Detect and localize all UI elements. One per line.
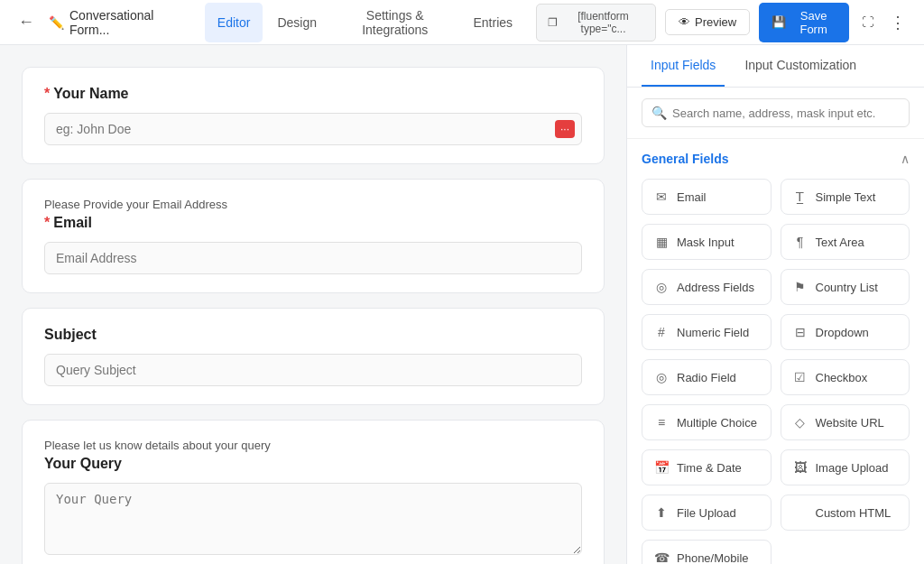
field-item-label: Country List bbox=[816, 281, 878, 294]
nav-tab-entries[interactable]: Entries bbox=[461, 3, 526, 42]
form-card-2: Subject bbox=[22, 308, 605, 405]
form-card-3: Please let us know details about your qu… bbox=[22, 420, 605, 564]
field-item-image-upload[interactable]: 🖼 Image Upload bbox=[781, 449, 910, 485]
field-item-checkbox[interactable]: ☑ Checkbox bbox=[781, 359, 910, 395]
field-item-dropdown[interactable]: ⊟ Dropdown bbox=[781, 314, 910, 350]
field-item-label: File Upload bbox=[677, 506, 736, 520]
field-item-label: Custom HTML bbox=[816, 506, 892, 520]
form-title-area: ✏️ Conversational Form... bbox=[49, 8, 187, 37]
field-sublabel: Please Provide your Email Address bbox=[44, 198, 582, 211]
nav-tab-design[interactable]: Design bbox=[264, 3, 329, 42]
panel-tab-input-customization[interactable]: Input Customization bbox=[735, 45, 865, 87]
field-item-icon: ¶ bbox=[792, 234, 808, 250]
preview-button[interactable]: 👁 Preview bbox=[665, 9, 750, 35]
section-header: General Fields ∧ bbox=[642, 152, 910, 166]
fullscreen-button[interactable]: ⛶ bbox=[858, 12, 877, 32]
field-item-label: Numeric Field bbox=[677, 326, 749, 339]
field-item-label: Text Area bbox=[816, 236, 864, 249]
field-item-icon: ☎ bbox=[653, 550, 670, 564]
field-item-simple-text[interactable]: T̲ Simple Text bbox=[781, 179, 910, 215]
field-item-file-upload[interactable]: ⬆ File Upload bbox=[642, 495, 772, 531]
field-item-email[interactable]: ✉ Email bbox=[642, 179, 772, 215]
section-title: General Fields bbox=[642, 152, 728, 166]
field-item-country-list[interactable]: ⚑ Country List bbox=[781, 269, 910, 305]
input-wrapper bbox=[44, 354, 582, 386]
field-item-mask-input[interactable]: ▦ Mask Input bbox=[642, 224, 772, 260]
back-button[interactable]: ← bbox=[14, 9, 38, 35]
code-icon: ❐ bbox=[548, 16, 558, 29]
field-item-label: Multiple Choice bbox=[677, 416, 757, 430]
field-item-icon: ≡ bbox=[653, 414, 670, 430]
field-item-label: Mask Input bbox=[677, 236, 735, 249]
search-input[interactable] bbox=[672, 106, 900, 120]
field-item-icon: ◇ bbox=[792, 414, 808, 430]
panel-tabs: Input FieldsInput Customization bbox=[627, 45, 924, 88]
field-item-label: Phone/Mobile bbox=[677, 551, 749, 565]
field-item-radio-field[interactable]: ◎ Radio Field bbox=[642, 359, 772, 395]
save-icon: 💾 bbox=[772, 15, 786, 29]
field-item-label: Email bbox=[677, 190, 707, 204]
text-input[interactable] bbox=[44, 354, 582, 386]
form-area: *Your Name ··· Please Provide your Email… bbox=[0, 45, 626, 564]
field-item-icon: 📅 bbox=[653, 459, 670, 476]
nav-tab-editor[interactable]: Editor bbox=[205, 3, 263, 42]
right-panel: Input FieldsInput Customization 🔍 Genera… bbox=[626, 45, 924, 564]
field-item-time-&-date[interactable]: 📅 Time & Date bbox=[642, 449, 772, 485]
save-button[interactable]: 💾 Save Form bbox=[759, 3, 849, 42]
field-item-icon: 🖼 bbox=[792, 459, 808, 476]
search-icon: 🔍 bbox=[651, 106, 667, 120]
field-options-button[interactable]: ··· bbox=[555, 120, 575, 138]
panel-tab-input-fields[interactable]: Input Fields bbox=[642, 45, 725, 87]
field-item-label: Time & Date bbox=[677, 461, 742, 475]
text-input[interactable] bbox=[44, 113, 582, 145]
field-item-label: Website URL bbox=[816, 416, 884, 430]
input-wrapper: ··· bbox=[44, 113, 582, 145]
shortcode-text: [fluentform type="c... bbox=[562, 10, 644, 35]
form-card-0: *Your Name ··· bbox=[22, 67, 605, 164]
field-title: *Email bbox=[44, 215, 582, 231]
required-marker: * bbox=[44, 86, 50, 102]
field-item-phone/mobile[interactable]: ☎ Phone/Mobile bbox=[642, 540, 772, 564]
nav-tab-settings-&-integrations[interactable]: Settings & Integrations bbox=[331, 3, 459, 42]
main-layout: *Your Name ··· Please Provide your Email… bbox=[0, 45, 924, 564]
field-item-icon: ▦ bbox=[653, 234, 670, 250]
form-title: Conversational Form... bbox=[69, 8, 187, 37]
field-item-label: Checkbox bbox=[816, 371, 868, 384]
search-area: 🔍 bbox=[627, 88, 924, 139]
field-item-custom-html[interactable]: Custom HTML bbox=[781, 495, 910, 531]
nav-tabs: EditorDesignSettings & IntegrationsEntri… bbox=[205, 3, 525, 42]
field-item-icon: T̲ bbox=[792, 189, 808, 205]
field-item-text-area[interactable]: ¶ Text Area bbox=[781, 224, 910, 260]
textarea-input[interactable] bbox=[44, 483, 582, 555]
edit-icon: ✏️ bbox=[49, 15, 64, 30]
header-right: ❐ [fluentform type="c... 👁 Preview 💾 Sav… bbox=[536, 3, 910, 42]
field-item-multiple-choice[interactable]: ≡ Multiple Choice bbox=[642, 404, 772, 440]
field-item-icon: ✉ bbox=[653, 189, 670, 205]
shortcode-button[interactable]: ❐ [fluentform type="c... bbox=[536, 4, 656, 42]
fields-grid: ✉ EmailT̲ Simple Text▦ Mask Input¶ Text … bbox=[642, 179, 910, 564]
header: ← ✏️ Conversational Form... EditorDesign… bbox=[0, 0, 924, 45]
input-wrapper bbox=[44, 483, 582, 558]
field-item-icon: ☑ bbox=[792, 369, 808, 385]
input-wrapper bbox=[44, 242, 582, 274]
field-item-icon: # bbox=[653, 324, 670, 340]
field-item-address-fields[interactable]: ◎ Address Fields bbox=[642, 269, 772, 305]
eye-icon: 👁 bbox=[679, 15, 690, 29]
field-item-label: Image Upload bbox=[816, 461, 889, 475]
field-item-icon: ⚑ bbox=[792, 279, 808, 295]
field-item-label: Radio Field bbox=[677, 371, 736, 384]
field-item-website-url[interactable]: ◇ Website URL bbox=[781, 404, 910, 440]
search-box: 🔍 bbox=[642, 98, 910, 127]
fields-section: General Fields ∧ ✉ EmailT̲ Simple Text▦ … bbox=[627, 139, 924, 564]
form-card-1: Please Provide your Email Address*Email bbox=[22, 179, 605, 293]
required-marker: * bbox=[44, 215, 50, 231]
more-options-button[interactable]: ⋮ bbox=[886, 9, 910, 36]
field-title: Your Query bbox=[44, 456, 582, 472]
field-item-icon bbox=[792, 504, 808, 521]
collapse-icon[interactable]: ∧ bbox=[901, 152, 910, 166]
text-input[interactable] bbox=[44, 242, 582, 274]
field-item-label: Dropdown bbox=[816, 326, 869, 339]
field-title: Subject bbox=[44, 327, 582, 343]
field-item-icon: ⬆ bbox=[653, 504, 670, 521]
field-item-numeric-field[interactable]: # Numeric Field bbox=[642, 314, 772, 350]
